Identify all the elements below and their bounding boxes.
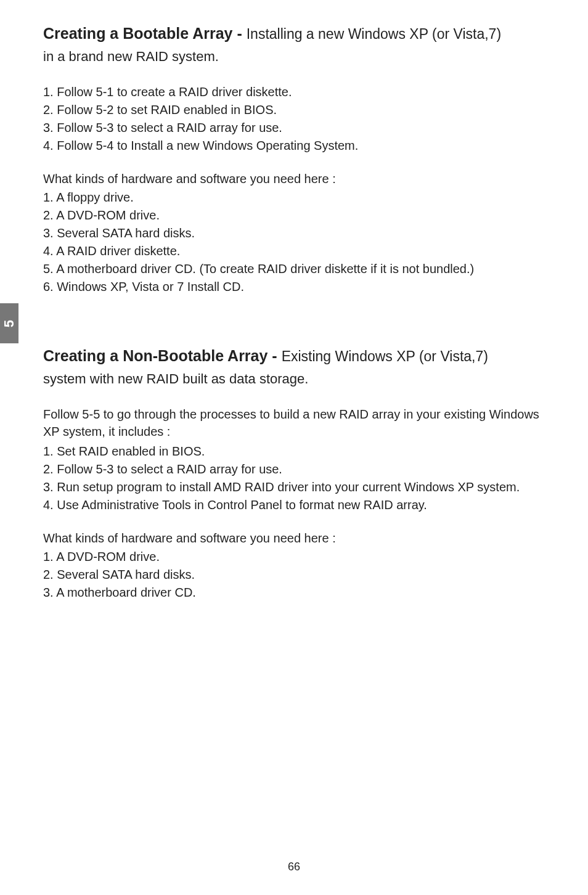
- section2-subline: system with new RAID built as data stora…: [43, 371, 554, 387]
- section2-title-normal: Existing Windows XP (or Vista,7): [282, 348, 488, 364]
- section2-steps: 1. Set RAID enabled in BIOS. 2. Follow 5…: [43, 443, 554, 514]
- list-item: 1. Set RAID enabled in BIOS.: [43, 443, 554, 460]
- list-item: 1. A floppy drive.: [43, 189, 554, 206]
- list-item: 3. Run setup program to install AMD RAID…: [43, 478, 554, 496]
- section1-title-normal: Installing a new Windows XP (or Vista,7): [247, 26, 501, 42]
- section2-needs-prompt: What kinds of hardware and software you …: [43, 531, 554, 546]
- list-item: 2. Follow 5-2 to set RAID enabled in BIO…: [43, 101, 554, 119]
- section1-subline: in a brand new RAID system.: [43, 49, 554, 65]
- list-item: 4. Follow 5-4 to Install a new Windows O…: [43, 137, 554, 155]
- section2-intro: Follow 5-5 to go through the processes t…: [43, 406, 554, 440]
- section2-needs: 1. A DVD-ROM drive. 2. Several SATA hard…: [43, 548, 554, 602]
- list-item: 4. Use Administrative Tools in Control P…: [43, 496, 554, 514]
- section1-needs-prompt: What kinds of hardware and software you …: [43, 172, 554, 186]
- chapter-tab: 5: [0, 303, 18, 343]
- list-item: 5. A motherboard driver CD. (To create R…: [43, 260, 554, 278]
- section1-needs: 1. A floppy drive. 2. A DVD-ROM drive. 3…: [43, 189, 554, 296]
- list-item: 6. Windows XP, Vista or 7 Install CD.: [43, 278, 554, 296]
- list-item: 3. Follow 5-3 to select a RAID array for…: [43, 119, 554, 137]
- list-item: 4. A RAID driver diskette.: [43, 242, 554, 260]
- list-item: 3. Several SATA hard disks.: [43, 224, 554, 242]
- section1-steps: 1. Follow 5-1 to create a RAID driver di…: [43, 83, 554, 155]
- list-item: 2. Follow 5-3 to select a RAID array for…: [43, 460, 554, 478]
- list-item: 1. A DVD-ROM drive.: [43, 548, 554, 566]
- list-item: 3. A motherboard driver CD.: [43, 584, 554, 602]
- section2-heading: Creating a Non-Bootable Array - Existing…: [43, 347, 554, 365]
- section1-title-bold: Creating a Bootable Array -: [43, 25, 247, 42]
- section1-heading: Creating a Bootable Array - Installing a…: [43, 25, 554, 43]
- page-number: 66: [0, 860, 588, 873]
- list-item: 2. Several SATA hard disks.: [43, 566, 554, 584]
- list-item: 2. A DVD-ROM drive.: [43, 206, 554, 224]
- section2-title-bold: Creating a Non-Bootable Array -: [43, 347, 282, 364]
- chapter-number: 5: [1, 319, 17, 327]
- list-item: 1. Follow 5-1 to create a RAID driver di…: [43, 83, 554, 101]
